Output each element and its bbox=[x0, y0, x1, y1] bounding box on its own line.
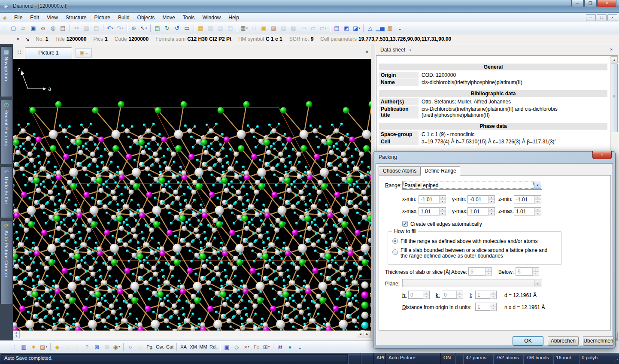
x-min-spinner-down-icon[interactable]: ▼ bbox=[440, 200, 446, 203]
growth-gw-button[interactable]: Gw. bbox=[155, 343, 164, 352]
cut-tool-button[interactable]: Cut bbox=[165, 343, 174, 352]
close-button[interactable]: × bbox=[597, 0, 616, 7]
menu-window[interactable]: Window bbox=[199, 13, 225, 22]
toolbar-grip[interactable]: ⋮ bbox=[12, 344, 16, 350]
label-mm-button[interactable]: MM bbox=[199, 343, 208, 352]
scrollbar-track[interactable] bbox=[20, 331, 357, 338]
contrast-view-icon[interactable]: ◩ bbox=[342, 24, 351, 33]
open-icon[interactable]: ▱ bbox=[19, 24, 28, 33]
connectivity-icon[interactable]: ⊠ bbox=[92, 343, 101, 352]
dropdown-arrow-icon[interactable]: ▾ bbox=[118, 345, 120, 349]
add-atom-icon[interactable]: + bbox=[73, 343, 82, 352]
properties-icon[interactable]: ▥ bbox=[19, 343, 28, 352]
fill-slab-radio[interactable] bbox=[392, 249, 398, 255]
dialog-close-button[interactable]: × bbox=[592, 151, 612, 159]
render-sphere-icon[interactable]: ● bbox=[285, 343, 294, 352]
ok-button[interactable]: OK bbox=[513, 336, 543, 346]
scrollbar-thumb[interactable] bbox=[611, 64, 618, 132]
x-max-spinner[interactable]: 1.01▲▼ bbox=[419, 207, 446, 215]
menu-structure[interactable]: Structure bbox=[62, 13, 91, 22]
grid-view-icon[interactable]: ▦▾ bbox=[240, 24, 249, 33]
structure-canvas[interactable]: acPtPClCH bbox=[13, 59, 371, 331]
hexagon-blue-icon[interactable]: ○ bbox=[126, 343, 135, 352]
delete-measure-icon[interactable]: ×▾ bbox=[242, 343, 251, 352]
range-combobox[interactable]: Parallel epiped ▼ bbox=[402, 181, 542, 190]
tab-choose-atoms[interactable]: Choose Atoms bbox=[379, 166, 421, 176]
menu-move[interactable]: Move bbox=[158, 13, 179, 22]
y-min-spinner-up-icon[interactable]: ▲ bbox=[489, 196, 495, 200]
sidebar-tab-navigation[interactable]: ▦Navigation bbox=[0, 46, 12, 97]
sidebar-tab-undo-buffer[interactable]: ↶Undo Buffer bbox=[0, 167, 12, 218]
cancel-button[interactable]: Abbrechen bbox=[548, 336, 579, 346]
new-picture-button[interactable]: ▣ ▾ bbox=[76, 48, 92, 58]
label-xm-button[interactable]: XM bbox=[189, 343, 198, 352]
m-tool-button[interactable]: M bbox=[276, 343, 285, 352]
picture-wand-icon[interactable]: ▨▾ bbox=[39, 343, 48, 352]
spin-up-icon[interactable]: ▲ bbox=[13, 331, 19, 334]
dropdown-arrow-icon[interactable]: ▾ bbox=[112, 27, 114, 30]
mdi-restore-button[interactable]: ❏ bbox=[597, 14, 607, 21]
menu-view[interactable]: View bbox=[43, 13, 62, 22]
crystal-structure-view[interactable]: acPtPClCH bbox=[13, 59, 371, 331]
y-max-spinner[interactable]: 1.01▲▼ bbox=[467, 207, 495, 215]
bottombar-overflow-icon[interactable]: ⌄ bbox=[295, 343, 304, 352]
tab-define-range[interactable]: Define Range bbox=[421, 166, 460, 176]
pan-view-icon[interactable]: ⊞▾ bbox=[262, 343, 271, 352]
pan-icon[interactable]: ⊕ bbox=[129, 24, 138, 33]
blank-swatch-icon[interactable]: □ bbox=[249, 24, 258, 33]
dropdown-arrow-icon[interactable]: ▾ bbox=[246, 27, 248, 30]
save-icon[interactable]: ▣ bbox=[29, 24, 38, 33]
sidebar-tab-recent-pictures[interactable]: ◷Recent Pictures bbox=[0, 99, 12, 164]
find-icon[interactable]: ∞ bbox=[39, 24, 48, 33]
y-max-spinner-down-icon[interactable]: ▼ bbox=[489, 212, 495, 215]
dropdown-arrow-icon[interactable]: ▾ bbox=[268, 345, 270, 349]
toolbar-grip[interactable]: ⋮ bbox=[2, 25, 6, 31]
menu-edit[interactable]: Edit bbox=[26, 13, 43, 22]
print-preview-icon[interactable]: ◎ bbox=[49, 24, 58, 33]
atom-query-icon[interactable]: ? bbox=[82, 343, 91, 352]
label-rd-button[interactable]: Rd. bbox=[209, 343, 218, 352]
new-document-icon[interactable]: ▢ bbox=[9, 24, 18, 33]
tree-view-icon[interactable]: ▤ bbox=[153, 24, 162, 33]
dropdown-arrow-icon[interactable]: ▾ bbox=[122, 27, 124, 30]
dropdown-arrow-icon[interactable]: ▾ bbox=[304, 27, 306, 30]
orient-tool-icon[interactable]: ◇ bbox=[232, 343, 241, 352]
maximize-button[interactable]: ❑ bbox=[584, 0, 597, 7]
toolbar-overflow-icon[interactable]: ⌄ bbox=[395, 24, 404, 33]
spin-down-icon[interactable]: ▼ bbox=[13, 334, 19, 338]
dropdown-arrow-icon[interactable]: ▾ bbox=[146, 27, 147, 30]
panel-menu-icon[interactable]: ▾ bbox=[409, 48, 411, 52]
menu-build[interactable]: Build bbox=[114, 13, 134, 22]
bar-chart-icon[interactable]: ▁▅ bbox=[376, 24, 385, 33]
polyhedra-icon[interactable]: ◆ bbox=[53, 343, 62, 352]
create-cell-edges-checkbox[interactable]: ✓ bbox=[402, 221, 408, 227]
data-sheet-header[interactable]: Data sheet ▾ × bbox=[375, 44, 619, 55]
hexagon-yellow-icon[interactable]: ○ bbox=[136, 343, 145, 352]
z-max-spinner-up-icon[interactable]: ▲ bbox=[535, 208, 541, 212]
fill-range-radio[interactable] bbox=[392, 238, 398, 244]
z-min-spinner-down-icon[interactable]: ▼ bbox=[535, 200, 541, 203]
picture-copy-icon[interactable]: ▨ bbox=[269, 24, 278, 33]
canvas-zoom-spinner[interactable]: ▲ ▼ bbox=[13, 331, 20, 338]
data-table-icon[interactable]: ▦ bbox=[196, 24, 205, 33]
y-min-spinner[interactable]: -0.01▲▼ bbox=[467, 195, 495, 203]
new-picture-icon[interactable]: ▣ bbox=[259, 24, 268, 33]
packing-pg-button[interactable]: Pg. bbox=[146, 343, 155, 352]
colored-table-icon[interactable]: ▦ bbox=[385, 24, 394, 33]
dotted-atom-icon[interactable]: ◉▾ bbox=[112, 343, 121, 352]
tile-windows-button[interactable]: ∷ bbox=[15, 49, 24, 57]
menu-file[interactable]: File bbox=[10, 13, 26, 22]
x-min-spinner-up-icon[interactable]: ▲ bbox=[440, 196, 446, 200]
x-max-spinner-down-icon[interactable]: ▼ bbox=[440, 212, 446, 215]
y-max-spinner-up-icon[interactable]: ▲ bbox=[489, 208, 495, 212]
menu-tools[interactable]: Tools bbox=[179, 13, 199, 22]
y-min-spinner-down-icon[interactable]: ▼ bbox=[489, 200, 495, 203]
data-sheet-close-button[interactable]: × bbox=[608, 46, 615, 53]
clear-icon[interactable]: × bbox=[16, 36, 19, 42]
scroll-right-button[interactable]: ► bbox=[364, 331, 371, 338]
picture-rotate-icon[interactable]: ↺ bbox=[173, 24, 182, 33]
dropdown-arrow-icon[interactable]: ▾ bbox=[358, 27, 360, 30]
mdi-close-button[interactable]: × bbox=[607, 14, 617, 21]
new-window-icon[interactable]: ▭ bbox=[182, 24, 191, 33]
goto-icon[interactable]: ↘ bbox=[25, 36, 30, 42]
